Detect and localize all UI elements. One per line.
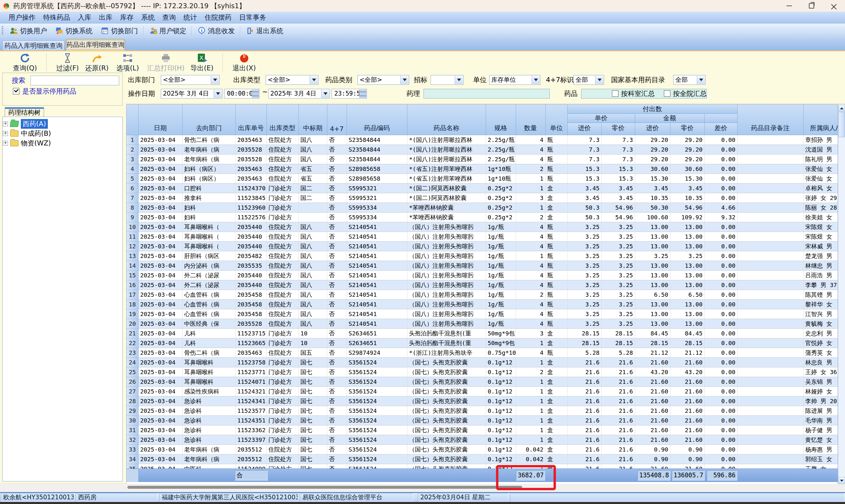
cell[interactable]: 江智兴 男 [803, 309, 838, 319]
cell[interactable]: （国七）头孢克肟胶囊 [407, 454, 486, 464]
cell[interactable]: 否 [327, 145, 347, 155]
cell[interactable]: 2025-03-04 [138, 367, 182, 377]
cell[interactable]: 老年病科（病 [182, 445, 236, 454]
cell[interactable]: 7.3 [601, 145, 635, 155]
cell[interactable]: 0.1g*12 [486, 435, 516, 445]
cell[interactable]: 11524351 [236, 416, 266, 426]
cell[interactable]: 21.6 [567, 377, 601, 387]
menu-system[interactable]: 系统 [137, 13, 158, 22]
cell[interactable]: 3.25 [567, 290, 601, 300]
cell[interactable]: 否 [327, 387, 347, 396]
cell[interactable]: 7.3 [567, 145, 601, 155]
cell[interactable]: 盒 [545, 426, 567, 435]
cell[interactable]: 盒 [545, 203, 567, 213]
table-row[interactable]: 222025-03-04儿科11523665门诊处方10否S2634651头孢泊… [126, 338, 838, 348]
cell[interactable]: 妇科（病区） [182, 164, 236, 174]
cell[interactable]: 国八 [298, 135, 327, 145]
menu-inbound[interactable]: 入库 [74, 13, 95, 22]
cell[interactable]: 4 [516, 300, 545, 309]
time-to-spinner[interactable]: 23:59:59 [332, 89, 367, 98]
cell[interactable]: 7.3 [601, 155, 635, 164]
col-four-seven[interactable]: 4+7 [327, 105, 347, 135]
cell[interactable] [737, 241, 803, 251]
cell[interactable]: 2025-03-04 [138, 174, 182, 183]
cell[interactable]: 2025-03-04 [138, 377, 182, 387]
cell[interactable]: S3561524 [347, 358, 407, 367]
cell[interactable]: 3.25 [601, 232, 635, 241]
cell[interactable]: 史忠利 男 [803, 329, 838, 338]
cell[interactable]: 4.66 [704, 203, 737, 213]
cell[interactable]: 15.30 [670, 174, 704, 183]
cell[interactable]: 国八 [298, 319, 327, 329]
cell[interactable]: 10.35 [670, 193, 704, 203]
cell[interactable] [737, 309, 803, 319]
cell[interactable]: 13.00 [670, 319, 704, 329]
cell[interactable]: 2025-03-04 [138, 213, 182, 222]
cell[interactable]: 国八 [298, 232, 327, 241]
cell[interactable]: S2140541 [347, 232, 407, 241]
table-row[interactable]: 272025-03-04感染性疾病科11524321门诊处方国七否S356152… [126, 387, 838, 396]
cell[interactable]: 国七 [298, 367, 327, 377]
row-number[interactable]: 25 [126, 367, 138, 377]
row-number[interactable]: 3 [126, 155, 138, 164]
menu-outbound[interactable]: 出库 [95, 13, 116, 22]
cell[interactable]: 2025-03-04 [138, 251, 182, 261]
cell[interactable]: 4 [516, 232, 545, 241]
cell[interactable]: 否 [327, 174, 347, 183]
cell[interactable]: 13.00 [670, 232, 704, 241]
switch-system-button[interactable]: 切换系统 [51, 26, 97, 35]
cell[interactable]: 11523577 [236, 406, 266, 416]
cell[interactable] [737, 416, 803, 426]
cell[interactable]: 宋陈煜 女 [803, 232, 838, 241]
menu-statistics[interactable]: 统计 [179, 13, 201, 22]
cell[interactable]: 否 [327, 416, 347, 426]
cell[interactable]: 毛华南 男 [803, 416, 838, 426]
cell[interactable]: 21.60 [635, 406, 670, 416]
cell[interactable]: S2140541 [347, 271, 407, 280]
cell[interactable]: 林忠良 男 [803, 358, 838, 367]
cell[interactable]: （国八）注射用头孢噻肟 [407, 232, 486, 241]
cell[interactable]: 陈其铿 男 [803, 290, 838, 300]
cell[interactable]: 老年病科（病 [182, 145, 236, 155]
cell[interactable]: S3561524 [347, 396, 407, 406]
cell[interactable]: 住院处方 [266, 155, 298, 164]
pharmacology-input[interactable] [424, 89, 550, 98]
row-number[interactable]: 4 [126, 164, 138, 174]
row-number[interactable]: 26 [126, 377, 138, 387]
cell[interactable]: S2140541 [347, 241, 407, 251]
cell[interactable]: 2 [516, 213, 545, 222]
cell[interactable]: 54.96 [670, 203, 704, 213]
table-row[interactable]: 302025-03-04急诊科11524351门诊处方国七否S3561524（国… [126, 416, 838, 426]
cell[interactable]: 2025-03-04 [138, 280, 182, 290]
table-row[interactable]: 102025-03-04耳鼻咽喉科（2035440住院处方国八否S2140541… [126, 222, 838, 232]
cell[interactable]: 21.6 [601, 377, 635, 387]
cell[interactable]: 50mg*9包 [486, 338, 516, 348]
cell[interactable]: 4 [516, 155, 545, 164]
cell[interactable]: 13.00 [670, 241, 704, 251]
cell[interactable]: 头孢泊肟酯干混悬剂(重 [407, 329, 486, 338]
cell[interactable]: 3.25 [567, 261, 601, 271]
cell[interactable]: （国八）注射用头孢噻肟 [407, 261, 486, 271]
cell[interactable]: 瓶 [545, 232, 567, 241]
cell[interactable]: 急诊科 [182, 406, 236, 416]
cell[interactable]: （国七）头孢克肟胶囊 [407, 387, 486, 396]
cell[interactable]: 28.15 [635, 338, 670, 348]
col-qty[interactable]: 数量 [516, 105, 545, 135]
cell[interactable]: 盒 [545, 377, 567, 387]
cell[interactable] [737, 280, 803, 290]
cell[interactable]: 感染性疾病科 [182, 387, 236, 396]
cell[interactable]: 门诊处方 [266, 329, 298, 338]
cell[interactable]: 3.25 [601, 280, 635, 290]
cell[interactable]: 楚龙强 男 [803, 251, 838, 261]
national-catalog-select[interactable]: 全部 [673, 75, 706, 85]
cell[interactable]: 否 [327, 135, 347, 145]
table-row[interactable]: 212025-03-04儿科11523715门诊处方10否S2634651头孢泊… [126, 329, 838, 338]
cell[interactable]: S3561524 [347, 377, 407, 387]
cell[interactable]: 2035528 [236, 145, 266, 155]
cell[interactable]: 3.25 [567, 319, 601, 329]
cell[interactable]: 住院处方 [266, 300, 298, 309]
cell[interactable]: 2 [516, 290, 545, 300]
row-number[interactable]: 13 [126, 251, 138, 261]
switch-department-button[interactable]: 切换部门 [97, 26, 142, 35]
query-button[interactable]: 查询(Q) [9, 52, 41, 73]
